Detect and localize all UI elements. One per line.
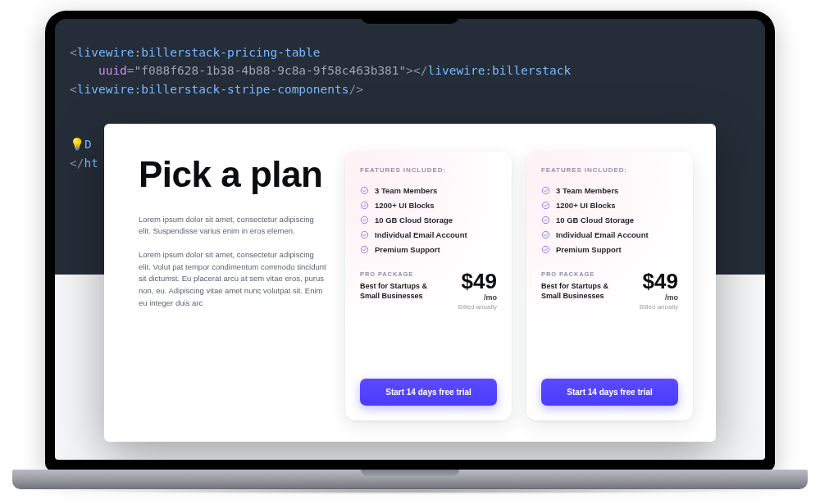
check-icon: [360, 245, 369, 254]
price-period: /mo: [640, 293, 678, 302]
feature-item: 3 Team Members: [541, 184, 678, 198]
package-row: PRO PACKAGE Best for Startups & Small Bu…: [541, 270, 678, 311]
check-icon: [360, 230, 369, 239]
package-label: PRO PACKAGE: [360, 270, 442, 278]
features-list: 3 Team Members 1200+ UI Blocks 10 GB Clo…: [541, 184, 678, 257]
features-list: 3 Team Members 1200+ UI Blocks 10 GB Clo…: [360, 184, 497, 257]
intro-paragraph-2: Lorem ipsum dolor sit amet, consectetur …: [139, 249, 327, 310]
feature-item: Premium Support: [360, 243, 497, 257]
start-trial-button[interactable]: Start 14 days free trial: [541, 379, 678, 406]
feature-item: Individual Email Account: [541, 228, 678, 243]
code-fragment-2: ht: [84, 157, 98, 170]
check-icon: [541, 186, 550, 195]
feature-text: 10 GB Cloud Storage: [375, 213, 453, 228]
pricing-intro-column: Pick a plan Lorem ipsum dolor sit amet, …: [139, 152, 327, 420]
package-label: PRO PACKAGE: [541, 270, 623, 278]
feature-text: Premium Support: [556, 243, 622, 257]
pricing-cards-row: FEATURES INCLUDED: 3 Team Members 1200+ …: [345, 152, 693, 420]
svg-point-3: [361, 232, 367, 238]
code-tag: livewire:billerstack-pricing-table: [77, 46, 321, 59]
billing-note: Billed anually: [458, 303, 497, 311]
camera-notch: [361, 11, 459, 24]
check-icon: [541, 201, 550, 210]
features-label: FEATURES INCLUDED:: [360, 166, 497, 174]
feature-text: 1200+ UI Blocks: [556, 198, 616, 213]
billing-note: Billed anually: [640, 303, 678, 311]
feature-item: 10 GB Cloud Storage: [360, 213, 497, 228]
laptop-shadow: [60, 488, 760, 494]
feature-text: 3 Team Members: [375, 184, 437, 198]
feature-item: 1200+ UI Blocks: [541, 198, 678, 213]
screen-bezel: <livewire:billerstack-pricing-table uuid…: [45, 11, 775, 471]
code-attr: uuid: [98, 64, 127, 77]
code-close-tag: livewire:billerstack: [428, 64, 572, 77]
package-description: Best for Startups & Small Businesses: [541, 281, 623, 301]
lightbulb-icon: 💡: [70, 138, 84, 151]
svg-point-6: [542, 202, 549, 208]
feature-text: 3 Team Members: [556, 184, 618, 198]
feature-text: 1200+ UI Blocks: [375, 198, 435, 213]
page-title: Pick a plan: [139, 157, 327, 193]
svg-point-8: [542, 232, 549, 238]
feature-item: 1200+ UI Blocks: [360, 198, 497, 213]
code-attr-value: f088f628-1b38-4b88-9c8a-9f58c463b381: [141, 64, 399, 77]
package-row: PRO PACKAGE Best for Startups & Small Bu…: [360, 270, 497, 311]
feature-item: Premium Support: [541, 243, 678, 257]
pricing-card: FEATURES INCLUDED: 3 Team Members 1200+ …: [345, 152, 512, 420]
price-amount: $49: [458, 270, 497, 292]
svg-point-2: [361, 216, 367, 223]
code-fragment: D: [84, 138, 92, 151]
features-label: FEATURES INCLUDED:: [541, 166, 678, 174]
feature-text: Individual Email Account: [375, 228, 467, 243]
svg-point-0: [361, 187, 367, 193]
feature-item: 3 Team Members: [360, 184, 497, 198]
check-icon: [541, 216, 550, 225]
laptop-frame: <livewire:billerstack-pricing-table uuid…: [12, 11, 808, 494]
feature-text: Premium Support: [375, 243, 440, 257]
laptop-base: [12, 470, 808, 489]
check-icon: [360, 201, 369, 210]
pricing-card: FEATURES INCLUDED: 3 Team Members 1200+ …: [526, 152, 693, 420]
check-icon: [541, 230, 550, 239]
price-period: /mo: [458, 293, 497, 302]
feature-item: Individual Email Account: [360, 228, 497, 243]
pricing-modal: Pick a plan Lorem ipsum dolor sit amet, …: [104, 124, 716, 442]
feature-text: 10 GB Cloud Storage: [556, 213, 634, 228]
svg-point-1: [361, 202, 367, 208]
price-amount: $49: [640, 270, 678, 292]
svg-point-9: [542, 247, 549, 253]
svg-point-7: [542, 216, 549, 223]
svg-point-4: [361, 247, 367, 253]
feature-item: 10 GB Cloud Storage: [541, 213, 678, 228]
svg-point-5: [542, 187, 549, 193]
check-icon: [541, 245, 550, 254]
feature-text: Individual Email Account: [556, 228, 649, 243]
screen: <livewire:billerstack-pricing-table uuid…: [55, 19, 765, 460]
intro-paragraph-1: Lorem ipsum dolor sit amet, consectetur …: [139, 214, 327, 238]
start-trial-button[interactable]: Start 14 days free trial: [360, 379, 497, 406]
package-description: Best for Startups & Small Businesses: [360, 281, 442, 301]
check-icon: [360, 216, 369, 225]
code-tag-2: livewire:billerstack-stripe-components: [77, 83, 349, 96]
check-icon: [360, 186, 369, 195]
